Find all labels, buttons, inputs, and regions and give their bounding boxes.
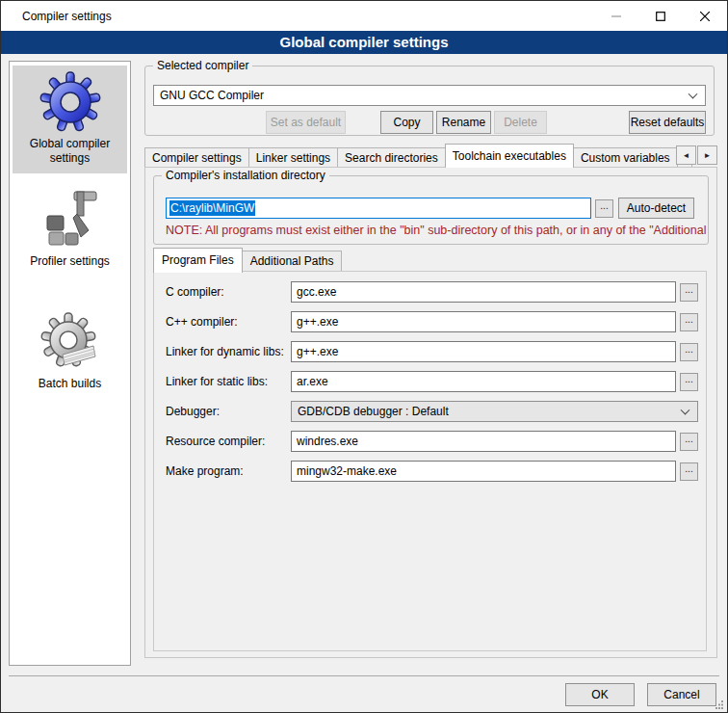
auto-detect-button[interactable]: Auto-detect (618, 198, 694, 219)
close-icon (700, 12, 710, 21)
installation-directory-value: C:\raylib\MinGW (169, 200, 255, 216)
minimize-button[interactable] (594, 1, 638, 31)
maximize-button[interactable] (638, 1, 683, 31)
tab-search-directories[interactable]: Search directories (337, 147, 446, 168)
note-text: NOTE: All programs must exist either in … (166, 224, 706, 237)
window-title: Compiler settings (22, 10, 112, 23)
tab-linker-settings[interactable]: Linker settings (248, 147, 338, 168)
window-controls (594, 1, 727, 31)
rename-button[interactable]: Rename (436, 111, 491, 134)
sidebar: Global compiler settings Profiler settin… (9, 61, 131, 666)
arrow-left-icon: ◄ (683, 151, 690, 160)
browse-button[interactable]: ... (680, 373, 698, 391)
main-panel: Selected compiler GNU GCC Compiler Set a… (141, 59, 721, 666)
tab-custom-variables[interactable]: Custom variables (573, 147, 678, 168)
dynamic-linker-input[interactable] (291, 341, 676, 362)
c-compiler-label: C compiler: (166, 285, 291, 299)
footer-divider (9, 675, 719, 676)
field-row: Resource compiler: ... (166, 431, 698, 452)
field-row: C++ compiler: ... (166, 311, 698, 332)
make-program-input[interactable] (291, 461, 676, 482)
settings-tabbar: Compiler settings Linker settings Search… (144, 142, 717, 168)
cpp-compiler-input[interactable] (291, 311, 676, 332)
selected-compiler-group-label: Selected compiler (153, 59, 252, 72)
browse-button[interactable]: ... (680, 433, 698, 451)
copy-button[interactable]: Copy (380, 111, 433, 134)
set-as-default-button[interactable]: Set as default (266, 111, 346, 134)
sidebar-item-batch-builds[interactable]: Batch builds (13, 305, 127, 399)
tab-scroll-arrows: ◄ ► (675, 145, 717, 165)
field-row: Debugger: GDB/CDB debugger : Default (166, 401, 698, 422)
browse-button[interactable]: ... (680, 462, 698, 481)
chevron-down-icon (681, 406, 690, 415)
field-row: C compiler: ... (166, 281, 698, 303)
minimize-icon (611, 12, 621, 21)
sidebar-item-label: Global compiler settings (14, 137, 125, 166)
profiler-caliper-icon (39, 189, 101, 251)
compiler-buttons-row: Set as default Copy Rename Delete Reset … (153, 111, 706, 134)
tab-scroll-left-button[interactable]: ◄ (676, 145, 696, 165)
arrow-right-icon: ► (704, 151, 712, 160)
field-row: Linker for dynamic libs: ... (166, 341, 698, 362)
titlebar[interactable]: Compiler settings (1, 1, 727, 31)
debugger-select[interactable]: GDB/CDB debugger : Default (291, 401, 698, 422)
static-linker-label: Linker for static libs: (166, 375, 291, 388)
sidebar-item-label: Batch builds (14, 377, 125, 391)
resource-compiler-input[interactable] (291, 431, 676, 452)
c-compiler-input[interactable] (291, 281, 676, 303)
installation-directory-input[interactable]: C:\raylib\MinGW (166, 198, 591, 219)
compiler-select[interactable]: GNU GCC Compiler (153, 85, 706, 106)
selected-compiler-group: Selected compiler GNU GCC Compiler Set a… (144, 66, 715, 136)
dynamic-linker-label: Linker for dynamic libs: (166, 345, 291, 358)
field-row: Make program: ... (166, 461, 698, 482)
debugger-label: Debugger: (166, 405, 291, 418)
delete-button[interactable]: Delete (494, 111, 547, 134)
browse-button[interactable]: ... (680, 343, 698, 361)
cancel-button[interactable]: Cancel (647, 683, 716, 706)
tab-program-files[interactable]: Program Files (153, 248, 243, 273)
sidebar-item-label: Profiler settings (14, 254, 125, 269)
installation-directory-row: C:\raylib\MinGW ... Auto-detect (166, 198, 694, 219)
browse-button[interactable]: ... (680, 283, 698, 302)
toolchain-executables-page: Compiler's installation directory C:\ray… (144, 167, 717, 658)
tab-additional-paths[interactable]: Additional Paths (242, 251, 343, 272)
installation-directory-group: Compiler's installation directory C:\ray… (153, 175, 709, 245)
program-files-tabbar: Program Files Additional Paths (153, 247, 341, 272)
tab-scroll-right-button[interactable]: ► (697, 145, 717, 165)
gray-gear-papers-icon (39, 311, 101, 373)
tab-toolchain-executables[interactable]: Toolchain executables (445, 144, 574, 168)
browse-button[interactable]: ... (680, 313, 698, 331)
resize-grip[interactable] (715, 700, 724, 709)
blue-gear-icon (39, 71, 101, 133)
program-files-page: C compiler: ... C++ compiler: ... Linker… (153, 271, 707, 651)
field-row: Linker for static libs: ... (166, 371, 698, 392)
close-button[interactable] (683, 1, 727, 31)
installation-directory-group-label: Compiler's installation directory (162, 169, 329, 182)
make-program-label: Make program: (166, 464, 291, 478)
page-title: Global compiler settings (1, 31, 727, 54)
browse-directory-button[interactable]: ... (595, 199, 613, 218)
sidebar-item-global-compiler-settings[interactable]: Global compiler settings (13, 66, 127, 173)
static-linker-input[interactable] (291, 371, 676, 392)
compiler-settings-dialog: Compiler settings Global compiler settin… (0, 0, 728, 713)
reset-defaults-button[interactable]: Reset defaults (629, 111, 706, 134)
cpp-compiler-label: C++ compiler: (166, 315, 291, 329)
maximize-icon (656, 12, 665, 21)
resource-compiler-label: Resource compiler: (166, 435, 291, 448)
sidebar-item-profiler-settings[interactable]: Profiler settings (13, 183, 127, 277)
chevron-down-icon (689, 90, 698, 99)
compiler-select-value: GNU GCC Compiler (160, 89, 264, 102)
debugger-select-value: GDB/CDB debugger : Default (298, 405, 449, 418)
tab-compiler-settings[interactable]: Compiler settings (144, 147, 249, 168)
ok-button[interactable]: OK (565, 683, 635, 706)
